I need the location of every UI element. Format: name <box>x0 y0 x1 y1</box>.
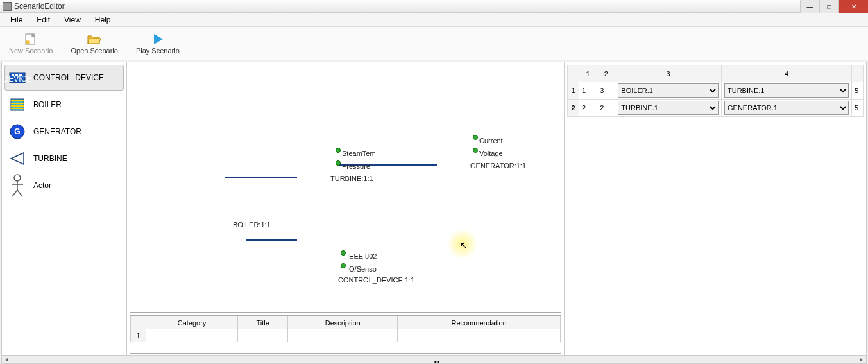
close-button[interactable]: ✕ <box>838 0 868 13</box>
generator-symbol: G <box>448 155 454 164</box>
cell-c3[interactable]: BOILER.1 <box>615 82 722 100</box>
svg-rect-38 <box>323 256 329 260</box>
right-row-1[interactable]: 1 1 3 BOILER.1 TURBINE.1 5 <box>568 82 864 100</box>
col-title[interactable]: Title <box>238 316 288 329</box>
select-c3[interactable]: BOILER.1 <box>618 83 719 98</box>
cell-c2[interactable]: 3 <box>597 82 615 100</box>
titlebar: ScenarioEditor — □ ✕ <box>0 0 868 13</box>
palette-actor[interactable]: Actor <box>4 173 124 198</box>
svg-point-17 <box>14 175 21 181</box>
row-number: 2 <box>568 100 579 117</box>
control-port2-label: IO/Senso <box>347 265 377 273</box>
right-row-2[interactable]: 2 2 2 TURBINE.1 GENERATOR.1 5 <box>568 100 864 117</box>
palette-item-label: BOILER <box>33 100 62 109</box>
maximize-button[interactable]: □ <box>819 0 838 13</box>
cell-description[interactable] <box>288 329 398 342</box>
generator-port1-label: Current <box>479 137 503 144</box>
app-icon <box>3 2 12 11</box>
palette-item-label: CONTROL_DEVICE <box>33 73 104 82</box>
right-col-2[interactable]: 2 <box>597 65 615 82</box>
table-header-row: Category Title Description Recommendatio… <box>131 316 561 329</box>
row-number: 1 <box>131 329 146 342</box>
control-port-io[interactable] <box>341 263 346 268</box>
select-c4[interactable]: GENERATOR.1 <box>724 101 849 115</box>
cell-c4[interactable]: GENERATOR.1 <box>722 100 852 117</box>
generator-port-voltage[interactable] <box>473 148 478 153</box>
right-table-pane: 1 2 3 4 1 1 3 BOILER.1 TURBINE.1 5 2 2 2… <box>565 62 866 356</box>
palette-item-label: TURBINE <box>33 154 67 163</box>
palette-item-label: Actor <box>33 181 51 190</box>
right-col-1[interactable]: 1 <box>579 65 597 82</box>
col-description[interactable]: Description <box>288 316 398 329</box>
cell-c2[interactable]: 2 <box>597 100 615 117</box>
cell-c1[interactable]: 1 <box>579 82 597 100</box>
cell-c4[interactable]: TURBINE.1 <box>722 82 852 100</box>
cell-category[interactable] <box>146 329 238 342</box>
cell-c3[interactable]: TURBINE.1 <box>615 100 722 117</box>
right-col-3[interactable]: 3 <box>615 65 722 82</box>
control-label: CONTROL_DEVICE:1:1 <box>338 276 414 284</box>
scroll-right-arrow[interactable]: ► <box>857 356 866 363</box>
menu-edit[interactable]: Edit <box>30 14 56 26</box>
turbine-port1-label: SteamTem <box>342 150 376 157</box>
palette-control-device[interactable]: DEVICE CONTROL_DEVICE <box>4 65 124 91</box>
cell-recommendation[interactable] <box>398 329 561 342</box>
play-icon <box>150 33 166 46</box>
control-device-icon: DEVICE <box>8 69 27 86</box>
col-category[interactable]: Category <box>146 316 238 329</box>
device-symbol: Device <box>306 269 331 278</box>
window-controls: — □ ✕ <box>800 0 868 13</box>
table-row[interactable]: 1 <box>131 329 561 342</box>
turbine-icon <box>8 150 27 167</box>
scroll-left-arrow[interactable]: ◄ <box>2 356 11 363</box>
cell-title[interactable] <box>238 329 288 342</box>
palette-generator[interactable]: G GENERATOR <box>4 119 124 144</box>
svg-line-21 <box>17 190 22 196</box>
scroll-thumb[interactable]: ▪▪ <box>434 357 441 362</box>
col-recommendation[interactable]: Recommendation <box>398 316 561 329</box>
new-scenario-button[interactable]: New Scenario <box>6 31 55 56</box>
palette-item-label: GENERATOR <box>33 127 81 136</box>
open-scenario-label: Open Scenario <box>71 47 117 55</box>
svg-text:DEVICE: DEVICE <box>3 74 32 83</box>
turbine-label: TURBINE:1:1 <box>330 175 373 182</box>
boiler-label: BOILER:1:1 <box>233 221 271 229</box>
svg-text:G: G <box>14 127 20 136</box>
diagram-canvas[interactable]: BOILER:1:1 SteamTem Pressure TURBINE:1:1… <box>130 65 561 313</box>
turbine-port-pressure[interactable] <box>336 160 341 166</box>
palette-sidebar: DEVICE CONTROL_DEVICE BOILER G GENERATOR… <box>2 62 127 356</box>
right-col-4[interactable]: 4 <box>722 65 852 82</box>
cell-c5[interactable]: 5 <box>852 82 864 100</box>
select-c4[interactable]: TURBINE.1 <box>724 83 849 98</box>
minimize-button[interactable]: — <box>800 0 819 13</box>
cell-c5[interactable]: 5 <box>852 100 864 117</box>
new-scenario-label: New Scenario <box>9 47 53 55</box>
play-scenario-button[interactable]: Play Scenario <box>133 31 182 56</box>
menu-help[interactable]: Help <box>89 14 117 26</box>
svg-marker-3 <box>154 34 163 44</box>
play-scenario-label: Play Scenario <box>136 47 180 55</box>
open-scenario-button[interactable]: Open Scenario <box>68 31 120 56</box>
horizontal-scrollbar[interactable]: ◄ ▪▪ ► <box>1 355 867 364</box>
menu-view[interactable]: View <box>58 14 87 26</box>
palette-boiler[interactable]: BOILER <box>4 92 124 117</box>
select-c3[interactable]: TURBINE.1 <box>618 101 719 115</box>
turbine-port-steamtem[interactable] <box>336 148 341 153</box>
main-area: DEVICE CONTROL_DEVICE BOILER G GENERATOR… <box>1 62 867 357</box>
cell-c1[interactable]: 2 <box>579 100 597 117</box>
palette-turbine[interactable]: TURBINE <box>4 146 124 171</box>
right-header-row: 1 2 3 4 <box>568 65 864 82</box>
cursor-icon: ↖ <box>460 240 468 250</box>
control-port-ieee[interactable] <box>341 250 346 256</box>
menu-file[interactable]: File <box>4 14 29 26</box>
generator-port2-label: Voltage <box>479 150 503 157</box>
row-number: 1 <box>568 82 579 100</box>
generator-port-current[interactable] <box>473 135 478 140</box>
actor-icon <box>8 173 27 198</box>
bottom-table: Category Title Description Recommendatio… <box>130 315 561 354</box>
turbine-port2-label: Pressure <box>342 162 370 170</box>
svg-rect-36 <box>305 256 311 260</box>
svg-rect-37 <box>314 256 320 260</box>
toolbar: New Scenario Open Scenario Play Scenario <box>0 27 868 60</box>
svg-marker-16 <box>11 153 24 164</box>
